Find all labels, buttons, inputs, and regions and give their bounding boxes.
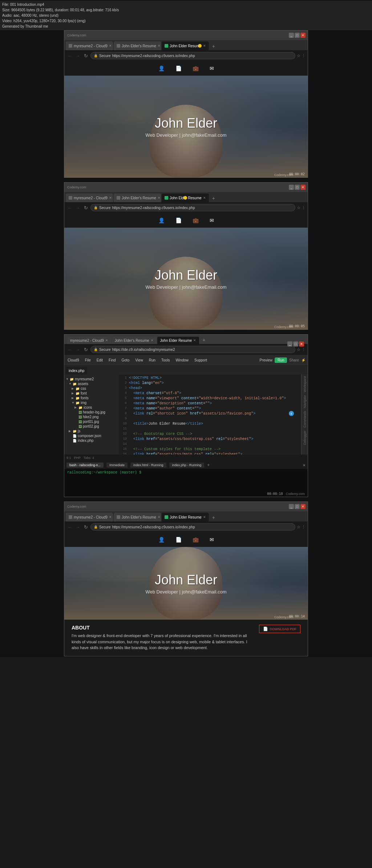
star-icon-4[interactable]: ☆ [297,525,300,529]
person-nav-icon-1[interactable]: 👤 [158,65,165,71]
address-field-1[interactable]: 🔒 Secure https://myresume2-railscoding.c… [90,52,295,59]
refresh-button-4[interactable]: ↻ [82,524,89,530]
maximize-button-1[interactable]: □ [295,33,300,38]
minimize-button-2[interactable]: _ [289,185,294,190]
code-editor-area[interactable]: 1 <!DOCTYPE HTML> 2 <html lang="en"> 3 <… [119,375,301,455]
tab-cloud9-1[interactable]: myresume2 - Cloud9 ✕ [66,41,113,50]
c9-menu-tools[interactable]: Tools [160,358,171,362]
editor-tab-cloud9-close[interactable]: ✕ [105,339,108,342]
navigate-tab[interactable]: Navigate [303,395,307,408]
tab-cls-cloud9-2[interactable]: ✕ [109,196,112,200]
briefcase-nav-icon-4[interactable]: 💼 [193,537,199,543]
tab-close-cloud9-1[interactable]: ✕ [109,44,112,48]
editor-minimize-btn[interactable]: _ [287,341,292,347]
tab-cloud9-2[interactable]: myresume2 - Cloud9 ✕ [66,193,113,202]
tab-close-active-1[interactable]: ✕ [203,44,206,48]
c9-menu-support[interactable]: Support [193,358,208,362]
editor-settings-icon[interactable]: ⋮ [302,347,306,352]
new-tab-button-2[interactable]: + [210,194,218,202]
terminal-close-btn[interactable]: ✕ [303,463,306,467]
file-nav-icon-1[interactable]: 📄 [175,65,182,71]
c9-menu-run[interactable]: Run [148,358,157,362]
tree-item-port01[interactable]: 🖼 port01.jpg [66,419,117,424]
terminal-tab-indexphp[interactable]: index.php - Running [169,463,205,468]
minimize-button-1[interactable]: _ [289,33,294,38]
commands-tab[interactable]: Commands [303,411,307,428]
tree-item-js[interactable]: ▶ 📁 js [66,429,117,433]
new-tab-button-1[interactable]: + [210,42,218,50]
editor-maximize-btn[interactable]: □ [293,341,298,347]
editor-close-btn[interactable]: ✕ [299,341,304,347]
terminal-tab-immediate[interactable]: Immediate [106,463,128,468]
c9-share-label[interactable]: Share [289,358,299,362]
tab-close-elder-1[interactable]: ✕ [158,44,161,48]
envelope-nav-icon-1[interactable]: ✉ [210,65,214,71]
tab-cls-elder-4[interactable]: ✕ [158,515,161,519]
tree-item-hike2[interactable]: 🖼 hike2.png [66,415,117,419]
tree-item-composer[interactable]: 📄 composer.json [66,433,117,438]
minimize-button-4[interactable]: _ [289,504,294,509]
editor-tab-resume-close[interactable]: ✕ [193,339,196,342]
envelope-nav-icon-4[interactable]: ✉ [210,537,214,543]
terminal-new-tab-btn[interactable]: + [207,463,210,468]
address-field-2[interactable]: 🔒 Secure https://myresume2-railscoding.c… [90,204,295,211]
tab-cloud9-4[interactable]: myresume2 - Cloud9 ✕ [66,513,113,521]
star-icon-1[interactable]: ☆ [297,53,300,58]
tab-resume-elder-1[interactable]: John Elder's Resume ✕ [114,41,161,50]
c9-menu-file[interactable]: File [84,358,92,362]
c9-menu-edit[interactable]: Edit [96,358,104,362]
close-button-4[interactable]: ✕ [300,504,306,509]
c9-menu-window[interactable]: Window [174,358,190,362]
c9-preview-label[interactable]: Preview [259,358,272,362]
c9-menu-goto[interactable]: Goto [121,358,131,362]
editor-refresh-btn[interactable]: ↻ [82,346,89,353]
star-icon-2[interactable]: ☆ [297,205,300,210]
tab-cls-active-2[interactable]: ✕ [203,196,206,200]
tab-cls-active-4[interactable]: ✕ [203,515,206,519]
back-button-1[interactable]: ← [66,52,73,59]
tab-resume-elder-2[interactable]: John Elder's Resume ✕ [114,193,161,202]
editor-tab-elder[interactable]: John Elder's Resume ✕ [112,337,157,344]
settings-icon-1[interactable]: ⋮ [302,53,306,58]
tab-resume-active-4[interactable]: John Elder Resume ✕ [162,513,209,521]
editor-tab-resume[interactable]: John Elder Resume ✕ [157,337,199,344]
maximize-button-4[interactable]: □ [295,504,300,509]
tab-resume-active-1[interactable]: John Elder Resume ✕ [162,41,209,50]
tab-resume-active-2[interactable]: John Elder Resume ✕ [162,193,209,202]
person-nav-icon-2[interactable]: 👤 [158,217,165,223]
tree-item-img[interactable]: ▼ 📁 img [66,400,117,405]
person-nav-icon-4[interactable]: 👤 [158,537,165,543]
tree-item-font[interactable]: ▶ 📁 font [66,391,117,396]
briefcase-nav-icon-2[interactable]: 💼 [193,217,199,223]
refresh-button-2[interactable]: ↻ [82,204,89,211]
close-button-2[interactable]: ✕ [300,185,306,190]
terminal-tab-bash[interactable]: bash - railscoding-n... [66,463,104,468]
tree-item-fonts[interactable]: ▶ 📁 fonts [66,396,117,400]
address-field-4[interactable]: 🔒 Secure https://myresume2-railscoding.c… [90,523,295,531]
debugger-tab[interactable]: Debugger [303,431,307,445]
maximize-button-2[interactable]: □ [295,185,300,190]
terminal-tab-indexhtml[interactable]: index.html - Running [130,463,166,468]
tree-item-indexphp[interactable]: 📄 index.php [66,438,117,443]
new-tab-button-4[interactable]: + [210,513,218,521]
tree-item-css[interactable]: ▶ 📁 css [66,386,117,391]
c9-run-button[interactable]: Run [275,357,287,363]
settings-icon-4[interactable]: ⋮ [302,525,306,529]
tab-cls-elder-2[interactable]: ✕ [158,196,161,200]
editor-new-tab-btn[interactable]: + [200,336,208,344]
editor-tab-cloud9[interactable]: myresume2 - Cloud9 ✕ [67,337,111,344]
c9-menu-cloud9[interactable]: Cloud9 [66,358,80,362]
back-button-4[interactable]: ← [66,524,73,530]
tree-item-assets[interactable]: ▼ 📁 assets [66,381,117,386]
tab-cls-cloud9-4[interactable]: ✕ [109,515,112,519]
tree-item-header-bg[interactable]: 🖼 header-bg.jpg [66,410,117,415]
close-button-1[interactable]: ✕ [300,33,306,38]
editor-back-btn[interactable]: ← [66,346,73,353]
tree-item-icons[interactable]: ▶ 📁 icons [66,405,117,410]
back-button-2[interactable]: ← [66,204,73,211]
editor-tab-elder-close[interactable]: ✕ [151,339,154,342]
editor-file-tab-index[interactable]: index.php [66,367,87,375]
download-pdf-button[interactable]: 📄 DOWNLOAD PDF [259,625,300,633]
tree-item-port02[interactable]: 🖼 port02.jpg [66,424,117,429]
c9-menu-view[interactable]: View [134,358,144,362]
